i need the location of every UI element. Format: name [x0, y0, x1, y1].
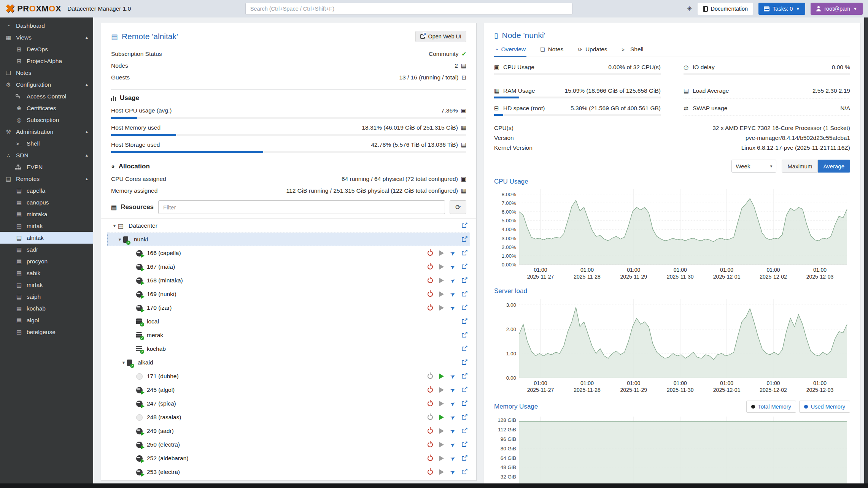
migrate-icon[interactable]: ➤	[449, 263, 457, 271]
open-external-icon[interactable]	[462, 374, 466, 379]
migrate-icon[interactable]: ➤	[449, 399, 457, 408]
shutdown-button[interactable]	[428, 415, 433, 420]
shutdown-button[interactable]	[428, 456, 433, 461]
migrate-icon[interactable]: ➤	[449, 454, 457, 463]
open-external-icon[interactable]	[462, 319, 466, 324]
sidebar-item-sadr[interactable]: ▤sadr	[0, 244, 93, 255]
legend-total-memory-button[interactable]: Total Memory	[746, 401, 796, 413]
refresh-button[interactable]: ⟳	[450, 200, 466, 214]
sidebar-item-access-control[interactable]: Access Control	[0, 90, 93, 102]
open-external-icon[interactable]	[462, 388, 466, 392]
migrate-icon[interactable]: ➤	[449, 372, 457, 380]
resource-row-247-spica-[interactable]: 247 (spica)➤	[111, 397, 466, 410]
caret-down-icon[interactable]: ▼	[120, 360, 127, 365]
migrate-icon[interactable]: ➤	[449, 304, 457, 312]
open-external-icon[interactable]	[462, 470, 466, 474]
sidebar-item-algol[interactable]: ▤algol	[0, 314, 93, 326]
sidebar-item-administration[interactable]: ⚒Administration▲	[0, 126, 93, 138]
tab-shell[interactable]: >_Shell	[621, 43, 644, 57]
resource-row-253-electra-[interactable]: 253 (electra)➤	[111, 465, 466, 479]
resource-row-254-acrux-[interactable]: 254 (acrux)➤	[111, 479, 466, 481]
resource-row-245-algol-[interactable]: 245 (algol)➤	[111, 383, 466, 397]
shutdown-button[interactable]	[428, 387, 433, 393]
average-button[interactable]: Average	[818, 160, 850, 173]
shutdown-button[interactable]	[428, 469, 433, 475]
collapse-arrow-icon[interactable]: ▲	[85, 35, 89, 40]
snowflake-icon[interactable]: ✳	[687, 5, 692, 13]
start-button[interactable]	[439, 387, 444, 393]
sidebar-item-mintaka[interactable]: ▤mintaka	[0, 208, 93, 220]
sidebar-item-mirfak[interactable]: ▤mirfak	[0, 279, 93, 291]
open-external-icon[interactable]	[462, 347, 466, 351]
shutdown-button[interactable]	[428, 305, 433, 311]
migrate-icon[interactable]: ➤	[449, 427, 457, 435]
shutdown-button[interactable]	[428, 250, 433, 256]
sidebar-item-betelgeuse[interactable]: ▤betelgeuse	[0, 326, 93, 338]
open-external-icon[interactable]	[462, 415, 466, 420]
sidebar-item-dashboard[interactable]: ◔Dashboard	[0, 20, 93, 32]
legend-used-memory-button[interactable]: Used Memory	[799, 401, 850, 413]
tab-overview[interactable]: ◔Overview	[494, 43, 526, 57]
open-external-icon[interactable]	[462, 456, 466, 461]
shutdown-button[interactable]	[428, 278, 433, 283]
migrate-icon[interactable]: ➤	[449, 249, 457, 257]
window-right-edge[interactable]	[864, 17, 868, 483]
resource-row-249-sadr-[interactable]: 249 (sadr)➤	[111, 424, 466, 438]
open-external-icon[interactable]	[462, 429, 466, 433]
start-button[interactable]	[439, 442, 444, 447]
open-external-icon[interactable]	[462, 401, 466, 406]
start-button[interactable]	[439, 278, 444, 283]
open-web-ui-button[interactable]: Open Web UI	[415, 31, 466, 42]
sidebar-item-sdn[interactable]: ∴SDN▲	[0, 149, 93, 161]
resource-row-248-rasalas-[interactable]: 248 (rasalas)➤	[111, 410, 466, 424]
time-range-select[interactable]: Week ▾	[731, 160, 776, 173]
migrate-icon[interactable]: ➤	[449, 440, 457, 449]
filter-input[interactable]	[158, 200, 445, 214]
sidebar-item-sabik[interactable]: ▤sabik	[0, 267, 93, 279]
start-button[interactable]	[439, 250, 444, 256]
caret-down-icon[interactable]: ▼	[116, 237, 123, 242]
collapse-arrow-icon[interactable]: ▲	[85, 82, 89, 87]
sidebar-item-devops[interactable]: ⊞DevOps	[0, 43, 93, 55]
shutdown-button[interactable]	[428, 442, 433, 447]
resource-row-250-electra-[interactable]: 250 (electra)➤	[111, 438, 466, 452]
resource-row-252-aldebaran-[interactable]: 252 (aldebaran)➤	[111, 452, 466, 465]
sidebar-item-configuration[interactable]: ⚙Configuration▲	[0, 79, 93, 90]
start-button[interactable]	[439, 428, 444, 434]
resource-row-merak[interactable]: merak	[111, 328, 466, 342]
sidebar-item-capella[interactable]: ▤capella	[0, 185, 93, 196]
start-button[interactable]	[439, 401, 444, 406]
resource-row-168-mintaka-[interactable]: 168 (mintaka)➤	[111, 274, 466, 287]
user-menu-button[interactable]: root@pam ▼	[811, 3, 863, 15]
open-external-icon[interactable]	[462, 306, 466, 310]
tab-notes[interactable]: ❏Notes	[539, 43, 564, 57]
open-external-icon[interactable]	[462, 333, 466, 337]
sidebar-item-notes[interactable]: ❏Notes	[0, 67, 93, 79]
resource-row-nunki[interactable]: ▼nunki	[107, 233, 470, 246]
resource-row-169-nunki-[interactable]: 169 (nunki)➤	[111, 287, 466, 301]
shutdown-button[interactable]	[428, 264, 433, 269]
start-button[interactable]	[439, 469, 444, 475]
sidebar-item-saiph[interactable]: ▤saiph	[0, 291, 93, 303]
collapse-arrow-icon[interactable]: ▲	[85, 130, 89, 134]
resource-row-datacenter[interactable]: ▼▤Datacenter	[111, 219, 466, 233]
shutdown-button[interactable]	[428, 292, 433, 297]
tab-updates[interactable]: ⟳Updates	[577, 43, 608, 57]
migrate-icon[interactable]: ➤	[449, 468, 457, 476]
open-external-icon[interactable]	[462, 237, 466, 242]
sidebar-item-evpn[interactable]: EVPN	[0, 161, 93, 173]
migrate-icon[interactable]: ➤	[449, 413, 457, 421]
sidebar-item-procyon[interactable]: ▤procyon	[0, 255, 93, 267]
collapse-arrow-icon[interactable]: ▲	[85, 153, 89, 157]
maximum-button[interactable]: Maximum	[782, 160, 818, 173]
resource-row-166-capella-[interactable]: 166 (capella)➤	[111, 246, 466, 260]
open-external-icon[interactable]	[462, 442, 466, 447]
open-external-icon[interactable]	[462, 278, 466, 283]
sidebar-item-canopus[interactable]: ▤canopus	[0, 196, 93, 208]
resource-row-170-izar-[interactable]: 170 (izar)➤	[111, 301, 466, 315]
start-button[interactable]	[439, 415, 444, 420]
open-external-icon[interactable]	[462, 265, 466, 269]
resource-row-alkaid[interactable]: ▼alkaid	[111, 356, 466, 369]
start-button[interactable]	[439, 264, 444, 269]
sidebar-item-alnitak[interactable]: ▤alnitak	[0, 232, 93, 244]
